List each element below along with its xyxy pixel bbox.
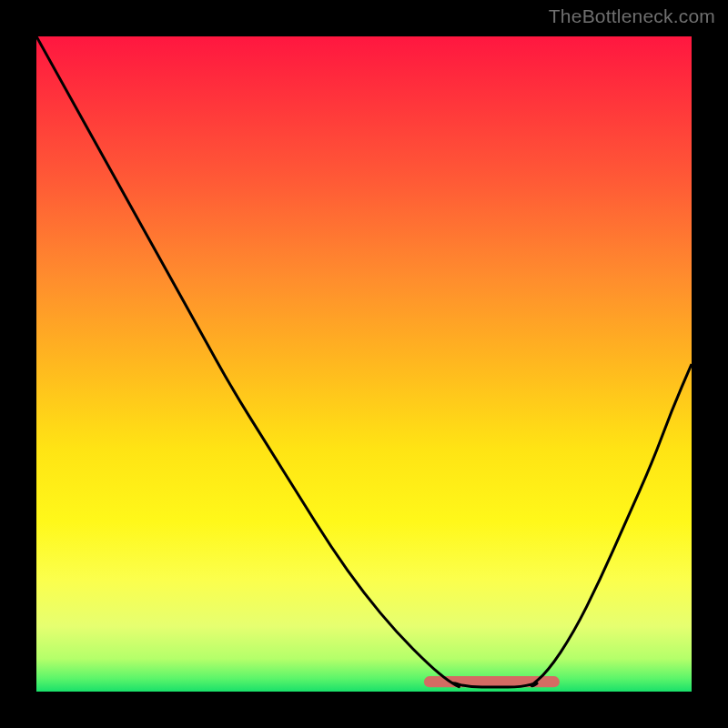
plot-area (36, 36, 692, 692)
chart-frame: TheBottleneck.com (0, 0, 728, 728)
bottleneck-curve (36, 36, 692, 687)
curve-layer (36, 36, 692, 692)
watermark-text: TheBottleneck.com (549, 5, 715, 27)
